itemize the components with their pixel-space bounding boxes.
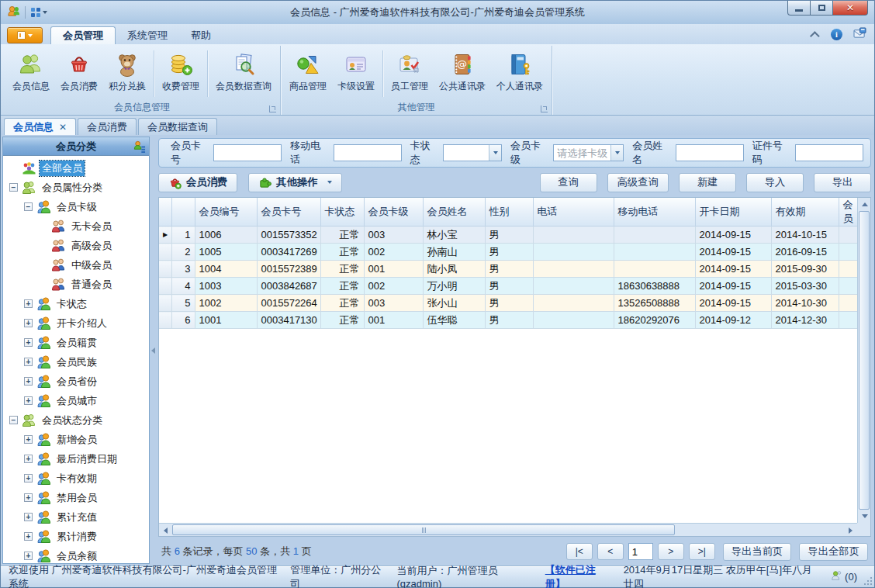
collapse-icon[interactable]: − bbox=[24, 202, 33, 211]
last-page-button[interactable]: >| bbox=[689, 543, 715, 560]
ribbon-button-0-1[interactable]: 会员消费 bbox=[55, 47, 103, 100]
scroll-left-icon[interactable] bbox=[159, 524, 172, 537]
expand-icon[interactable]: + bbox=[24, 493, 33, 502]
grid-column-header[interactable]: 会员卡号 bbox=[257, 198, 320, 227]
dialog-launcher-icon[interactable] bbox=[269, 105, 276, 112]
expand-icon[interactable]: + bbox=[24, 552, 33, 560]
tree-item[interactable]: +会员省份 bbox=[5, 372, 149, 391]
filter-select-2[interactable] bbox=[443, 144, 502, 161]
filter-input-0[interactable] bbox=[213, 144, 282, 161]
tree-item[interactable]: −会员属性分类 bbox=[5, 178, 149, 197]
tree-item[interactable]: 高级会员 bbox=[5, 236, 149, 255]
tree-item[interactable]: 无卡会员 bbox=[5, 216, 149, 236]
grid-column-header[interactable]: 有效期 bbox=[771, 198, 839, 227]
horizontal-scroll-thumb[interactable] bbox=[172, 524, 675, 535]
grid-column-header[interactable]: 会员卡级 bbox=[364, 198, 423, 227]
ribbon-button-1-0[interactable]: 商品管理 bbox=[284, 47, 332, 100]
vertical-scrollbar[interactable] bbox=[857, 198, 870, 523]
resize-grip[interactable] bbox=[863, 576, 873, 586]
collapse-icon[interactable]: − bbox=[9, 416, 18, 424]
expand-icon[interactable]: + bbox=[24, 455, 33, 463]
tree-item[interactable]: +禁用会员 bbox=[5, 488, 149, 507]
filter-select-3[interactable]: 请选择卡级 bbox=[553, 144, 624, 161]
license-registered-link[interactable]: 【软件已注册】 bbox=[545, 563, 611, 588]
tree-item[interactable]: 全部会员 bbox=[5, 158, 149, 178]
toolbar-button-3[interactable]: 导入 bbox=[746, 173, 804, 192]
grid-row[interactable]: 310040015572389正常001陆小凤男2014-09-152015-0… bbox=[159, 261, 857, 278]
filter-input-1[interactable] bbox=[334, 144, 402, 161]
maximize-button[interactable] bbox=[811, 1, 833, 16]
prev-page-button[interactable]: < bbox=[597, 543, 624, 560]
doc-tab-1[interactable]: 会员消费 bbox=[78, 118, 137, 135]
export-current-page-button[interactable]: 导出当前页 bbox=[723, 543, 792, 561]
grid-row[interactable]: ▶110060015573352正常003林小宝男2014-09-152014-… bbox=[159, 227, 857, 244]
scroll-up-icon[interactable] bbox=[858, 198, 871, 211]
grid-column-header[interactable]: 会员编号 bbox=[195, 198, 257, 227]
menu-tab-1[interactable]: 系统管理 bbox=[116, 26, 179, 44]
tree-item[interactable]: −会员状态分类 bbox=[5, 410, 149, 430]
grid-row[interactable]: 410030003842687正常002万小明男186306388882014-… bbox=[159, 278, 857, 295]
grid-column-header[interactable]: 开卡日期 bbox=[695, 198, 771, 227]
filter-input-4[interactable] bbox=[676, 144, 744, 161]
tree-item[interactable]: +累计消费 bbox=[5, 527, 149, 546]
combo-dropdown-button[interactable] bbox=[610, 145, 623, 161]
page-number-input[interactable] bbox=[628, 543, 653, 560]
panel-splitter[interactable] bbox=[150, 137, 157, 564]
tree-item[interactable]: +会员民族 bbox=[5, 352, 149, 372]
ribbon-button-1-1[interactable]: 卡级设置 bbox=[332, 47, 380, 100]
grid-row[interactable]: 210050003417269正常002孙南山男2014-09-152016-0… bbox=[159, 244, 857, 261]
doc-tab-2[interactable]: 会员数据查询 bbox=[138, 118, 217, 135]
grid-column-header[interactable]: 会员 bbox=[839, 198, 857, 227]
message-counter[interactable]: (0) bbox=[831, 570, 857, 583]
tree-item[interactable]: −会员卡级 bbox=[5, 197, 149, 216]
grid-row[interactable]: 510020015572264正常003张小山男135265088882014-… bbox=[159, 295, 857, 312]
tree-item[interactable]: +累计充值 bbox=[5, 507, 149, 527]
layout-menu-button[interactable] bbox=[30, 7, 47, 18]
expand-icon[interactable]: + bbox=[24, 377, 33, 386]
tree-item[interactable]: +开卡介绍人 bbox=[5, 313, 149, 333]
tree-item[interactable]: 普通会员 bbox=[5, 275, 149, 294]
scroll-down-icon[interactable] bbox=[858, 510, 871, 523]
close-button[interactable]: ✕ bbox=[833, 1, 868, 16]
tree-item[interactable]: +新增会员 bbox=[5, 430, 149, 449]
member-consume-button[interactable]: 会员消费 bbox=[158, 173, 237, 192]
collapse-ribbon-icon[interactable] bbox=[810, 31, 820, 41]
filter-input-5[interactable] bbox=[795, 144, 863, 161]
tree-item[interactable]: +卡状态 bbox=[5, 294, 149, 313]
menu-tab-0[interactable]: 会员管理 bbox=[50, 26, 116, 44]
tree-item[interactable]: +会员籍贯 bbox=[5, 333, 149, 352]
application-menu-button[interactable] bbox=[7, 27, 43, 43]
expand-icon[interactable]: + bbox=[24, 474, 33, 483]
ribbon-button-0-2[interactable]: 积分兑换 bbox=[103, 47, 151, 100]
combo-dropdown-button[interactable] bbox=[489, 145, 501, 161]
next-page-button[interactable]: > bbox=[658, 543, 684, 560]
feedback-mail-icon[interactable] bbox=[853, 27, 866, 41]
ribbon-button-1-4[interactable]: 个人通讯录 bbox=[491, 47, 548, 100]
dialog-launcher-icon[interactable] bbox=[541, 105, 548, 112]
grid-column-header[interactable]: 电话 bbox=[533, 198, 614, 227]
doc-tab-0[interactable]: 会员信息✕ bbox=[4, 118, 76, 135]
tree-item[interactable]: +卡有效期 bbox=[5, 469, 149, 488]
collapse-icon[interactable]: − bbox=[9, 183, 18, 192]
export-all-pages-button[interactable]: 导出全部页 bbox=[799, 543, 868, 561]
first-page-button[interactable]: |< bbox=[566, 543, 593, 560]
toolbar-button-2[interactable]: 新建 bbox=[679, 173, 736, 192]
toolbar-button-4[interactable]: 导出 bbox=[814, 173, 871, 192]
expand-icon[interactable]: + bbox=[24, 319, 33, 327]
expand-icon[interactable]: + bbox=[24, 338, 33, 347]
toolbar-button-0[interactable]: 查询 bbox=[540, 173, 597, 192]
ribbon-button-0-4[interactable]: 会员数据查询 bbox=[210, 47, 277, 100]
expand-icon[interactable]: + bbox=[24, 513, 33, 521]
other-operations-button[interactable]: 其他操作 bbox=[248, 173, 341, 192]
toolbar-button-1[interactable]: 高级查询 bbox=[607, 173, 669, 192]
info-icon[interactable]: i bbox=[831, 29, 842, 40]
grid-column-header[interactable]: 性别 bbox=[485, 198, 533, 227]
vertical-scroll-thumb[interactable] bbox=[859, 211, 870, 510]
expand-icon[interactable]: + bbox=[24, 396, 33, 405]
horizontal-scrollbar[interactable] bbox=[159, 523, 857, 536]
grid-row[interactable]: 610010003417130正常001伍华聪男186202920762014-… bbox=[159, 312, 857, 329]
tree-item[interactable]: +会员余额 bbox=[5, 546, 149, 563]
tree-item[interactable]: +最后消费日期 bbox=[5, 449, 149, 469]
ribbon-button-1-2[interactable]: 员工管理 bbox=[386, 47, 434, 100]
expand-icon[interactable]: + bbox=[24, 299, 33, 308]
